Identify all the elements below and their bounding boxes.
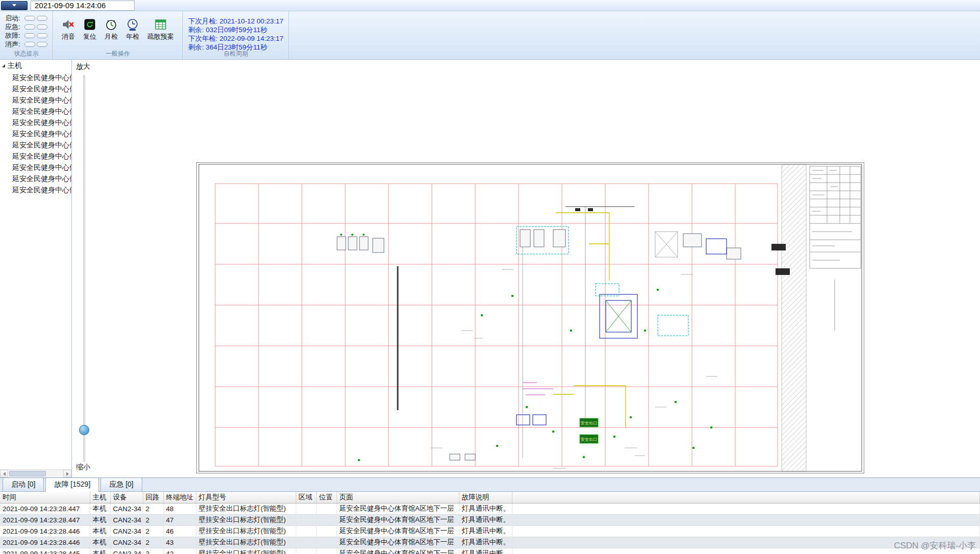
table-cell [512,537,980,548]
status-indicator-light [24,33,35,38]
table-cell [316,514,337,525]
table-cell: 42 [163,548,196,554]
column-header[interactable]: 设备 [110,492,143,503]
table-cell: 2 [143,525,163,537]
evacuation-plan-button[interactable]: 疏散预案 [144,15,177,44]
column-header[interactable]: 区域 [296,492,316,503]
ribbon-spacer [289,11,980,59]
zoom-slider-track[interactable] [83,75,85,462]
tree-item-page[interactable]: 延安全民健身中心体育馆A区地下一层 [0,162,71,173]
evacuation-plan-button-label: 疏散预案 [147,32,174,41]
mute-button-label: 消音 [62,32,75,41]
fault-table-row[interactable]: 2021-09-09 14:23:28.446本机CAN2-34243壁挂安全出… [0,537,980,548]
tree-item-page[interactable]: 延安全民健身中心体育馆A区地下一层 [0,184,71,195]
annual-check-clock-icon [126,18,139,31]
tab-emergency[interactable]: 应急 [0] [100,477,142,491]
arrow-left-icon [3,472,6,476]
annual-check-button[interactable]: 年检 [122,15,143,44]
app-menu-button[interactable] [1,1,28,10]
reset-button[interactable]: 复位 [80,15,100,44]
floor-plan-canvas[interactable]: 放大 缩小 [72,60,980,477]
column-header[interactable]: 页面 [337,492,459,503]
tree-horizontal-scrollbar[interactable] [0,469,71,477]
column-header[interactable]: 故障说明 [459,492,512,503]
table-cell: 灯具通讯中断。 [459,537,512,548]
fault-table-header: 时间主机设备回路终端地址灯具型号区域位置页面故障说明 [0,492,980,503]
table-cell: 本机 [90,514,110,525]
scrollbar-thumb[interactable] [9,471,46,476]
tree-item-page[interactable]: 延安全民健身中心体育馆A区地下一层 [0,117,71,128]
table-cell: 本机 [90,548,110,554]
mute-button[interactable]: 消音 [58,15,79,44]
monthly-check-button-label: 月检 [105,32,118,41]
table-cell [512,548,980,554]
table-cell: 壁挂安全出口标志灯(智能型) [196,503,296,514]
status-group: 启动:应急:故障:消声: 状态提示 [0,11,53,59]
floor-plan-drawing[interactable]: 安全出口 安全出口 [196,162,864,473]
monthly-check-remaining: 剩余: 032日09时59分11秒 [188,26,283,34]
event-log-panel: 启动 [0] 故障 [1529] 应急 [0] 时间主机设备回路终端地址灯具型号… [0,477,980,554]
table-cell: 灯具通讯中断。 [459,525,512,537]
tree-root-host[interactable]: 主机 [0,60,71,72]
chevron-down-icon [12,4,16,7]
table-cell: 壁挂安全出口标志灯(智能型) [196,514,296,525]
column-header[interactable]: 灯具型号 [196,492,296,503]
status-indicator-list: 启动:应急:故障:消声: [5,13,47,48]
tree-expanded-icon [2,64,5,67]
title-bar: 2021-09-09 14:24:06 [0,0,980,11]
column-header[interactable]: 位置 [316,492,337,503]
table-cell: 灯具通讯中断。 [459,514,512,525]
column-header[interactable]: 时间 [0,492,90,503]
tab-fault[interactable]: 故障 [1529] [45,477,99,492]
fault-table-row[interactable]: 2021-09-09 14:23:28.447本机CAN2-34247壁挂安全出… [0,514,980,525]
table-cell [512,525,980,537]
monthly-check-button[interactable]: 月检 [101,15,121,44]
column-header[interactable]: 回路 [143,492,163,503]
tree-item-page[interactable]: 延安全民健身中心体育馆A区地下一层 [0,106,71,117]
event-tab-strip: 启动 [0] 故障 [1529] 应急 [0] [0,478,980,492]
table-cell [512,503,980,514]
zoom-in-label: 放大 [76,62,90,71]
status-indicator-light [24,16,35,21]
tree-item-page[interactable]: 延安全民健身中心体育馆A区地下一层 [0,139,71,150]
table-cell: 2021-09-09 14:23:28.445 [0,548,90,554]
tree-item-page[interactable]: 延安全民健身中心体育馆A区地下一层 [0,94,71,106]
status-label: 故障: [5,31,23,40]
ribbon-toolbar: 启动:应急:故障:消声: 状态提示 消音 [0,11,980,60]
tree-root-label: 主机 [8,61,22,70]
table-cell: 2021-09-09 14:23:28.447 [0,503,90,514]
reset-icon [83,18,96,31]
table-cell: 46 [163,525,196,537]
reset-button-label: 复位 [83,32,96,41]
table-cell: CAN2-34 [110,548,143,554]
table-cell [296,525,316,537]
fault-table-row[interactable]: 2021-09-09 14:23:28.447本机CAN2-34248壁挂安全出… [0,503,980,514]
tree-item-page[interactable]: 延安全民健身中心体育馆A区地下一层 [0,83,71,94]
tree-item-page[interactable]: 延安全民健身中心体育馆A区地下一层 [0,173,71,184]
table-cell: 本机 [90,525,110,537]
main-area: 主机 延安全民健身中心体育馆A区地下一层延安全民健身中心体育馆A区地下一层延安全… [0,60,980,477]
tree-item-page[interactable]: 延安全民健身中心体育馆A区地下一层 [0,150,71,162]
status-row: 消声: [5,40,47,48]
exit-sign-badge: 安全出口 [580,435,598,443]
table-cell: CAN2-34 [110,525,143,537]
column-header[interactable]: 主机 [90,492,110,503]
scroll-right-button[interactable] [63,470,71,477]
clock-display: 2021-09-09 14:24:06 [31,1,135,11]
zoom-out-label: 缩小 [76,463,90,472]
column-header[interactable]: 终端地址 [163,492,196,503]
next-monthly-check: 下次月检: 2021-10-12 00:23:17 [188,17,283,26]
table-cell: 47 [163,514,196,525]
tab-start[interactable]: 启动 [0] [3,477,44,491]
fault-table-row[interactable]: 2021-09-09 14:23:28.446本机CAN2-34246壁挂安全出… [0,525,980,537]
fault-table-row[interactable]: 2021-09-09 14:23:28.445本机CAN2-34242壁挂安全出… [0,548,980,554]
tree-item-page[interactable]: 延安全民健身中心体育馆A区地下一层 [0,128,71,139]
table-cell: 2 [143,537,163,548]
table-cell: 2021-09-09 14:23:28.446 [0,537,90,548]
table-cell: 2021-09-09 14:23:28.446 [0,525,90,537]
tree-item-page[interactable]: 延安全民健身中心体育馆A区地下一层 [0,72,71,83]
scroll-left-button[interactable] [0,470,8,477]
table-cell [296,514,316,525]
table-cell [296,548,316,554]
zoom-slider-handle[interactable] [79,425,89,435]
